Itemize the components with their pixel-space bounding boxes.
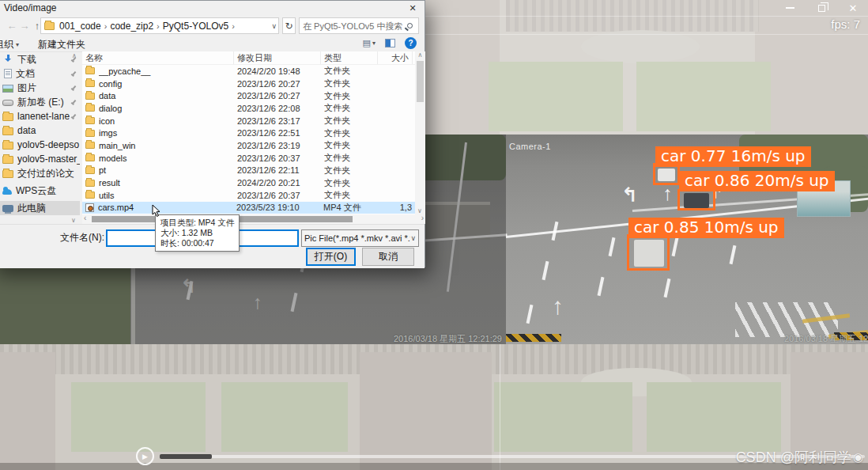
breadcrumb-item[interactable]: code_zip2 bbox=[108, 21, 156, 32]
video-timestamp: 2016/03/18 星期五 12:21:2 bbox=[784, 333, 868, 345]
fps-counter: fps: 7 bbox=[831, 17, 860, 31]
close-icon: ✕ bbox=[849, 2, 858, 14]
file-icon bbox=[85, 191, 95, 199]
tooltip-line: 大小: 1.32 MB bbox=[160, 228, 234, 238]
close-button[interactable]: ✕ bbox=[843, 2, 863, 14]
scroll-up-icon[interactable]: ∧ bbox=[418, 51, 423, 59]
filetype-dropdown[interactable]: Pic File(*.mp4 *.mkv *.avi *.fh ∨ bbox=[301, 229, 419, 247]
file-name: __pycache__ bbox=[99, 66, 237, 76]
refresh-button[interactable]: ↻ bbox=[282, 17, 296, 34]
file-icon bbox=[85, 67, 95, 74]
organize-button[interactable]: 组织 ▾ bbox=[0, 38, 19, 51]
scroll-left-icon[interactable]: ‹ bbox=[84, 214, 86, 222]
document-icon bbox=[4, 69, 12, 78]
file-type: 文件夹 bbox=[324, 139, 381, 151]
sidebar-list: 下载 文档 图片 新加卷 (E:) lanenet-lane data yolo… bbox=[0, 52, 80, 224]
sidebar-item-yolov5-master_[interactable]: yolov5-master_ bbox=[0, 152, 80, 166]
mouse-cursor bbox=[152, 204, 161, 221]
column-size[interactable]: 大小 bbox=[378, 51, 413, 64]
file-row-__pycache__[interactable]: __pycache__ 2024/2/20 19:48 文件夹 bbox=[82, 65, 415, 78]
file-date: 2024/2/20 20:21 bbox=[237, 178, 324, 188]
file-list-vscrollbar[interactable]: ∧ ∨ bbox=[415, 51, 425, 214]
preview-pane-icon[interactable] bbox=[385, 39, 395, 47]
restore-button[interactable] bbox=[811, 2, 832, 14]
sidebar-item-新加卷 (E:)[interactable]: 新加卷 (E:) bbox=[0, 95, 80, 109]
forward-button[interactable]: → bbox=[18, 20, 31, 32]
new-folder-button[interactable]: 新建文件夹 bbox=[38, 38, 85, 51]
restore-icon bbox=[818, 5, 825, 12]
column-name[interactable]: 名称 bbox=[82, 51, 234, 64]
file-row-config[interactable]: config 2023/12/6 20:27 文件夹 bbox=[82, 78, 415, 90]
file-date: 2024/2/20 19:48 bbox=[237, 66, 324, 76]
file-name: main_win bbox=[99, 141, 237, 150]
sidebar-item-此电脑[interactable]: 此电脑 bbox=[0, 201, 80, 215]
dialog-title: Video/image bbox=[4, 2, 57, 13]
file-type: 文件夹 bbox=[324, 127, 381, 139]
scrollbar-thumb[interactable] bbox=[417, 61, 424, 102]
file-row-dialog[interactable]: dialog 2023/12/6 22:08 文件夹 bbox=[82, 102, 415, 115]
file-row-utils[interactable]: utils 2023/12/6 20:37 文件夹 bbox=[82, 189, 415, 202]
scroll-right-icon[interactable]: › bbox=[421, 214, 424, 222]
sidebar-item-图片[interactable]: 图片 bbox=[0, 81, 80, 95]
file-row-cars.mp4[interactable]: cars.mp4 2023/5/23 19:10 MP4 文件 1,3 bbox=[82, 202, 415, 214]
sidebar-item-data[interactable]: data bbox=[0, 123, 80, 138]
view-mode-button[interactable]: ▤ ▾ bbox=[363, 38, 376, 48]
car bbox=[634, 240, 664, 267]
sidebar-item-下载[interactable]: 下载 bbox=[0, 52, 80, 66]
sidebar-item-WPS云盘[interactable]: WPS云盘 bbox=[0, 184, 80, 198]
sidebar-scrollbar[interactable]: ∧ ∨ bbox=[70, 52, 79, 224]
sidebar-item-yolov5-deepso[interactable]: yolov5-deepso bbox=[0, 138, 80, 152]
file-type: MP4 文件 bbox=[323, 202, 380, 214]
file-row-pt[interactable]: pt 2023/12/6 22:11 文件夹 bbox=[82, 165, 415, 177]
folder-icon bbox=[2, 127, 13, 135]
cancel-button[interactable]: 取消 bbox=[362, 248, 414, 266]
help-button[interactable]: ? bbox=[405, 37, 417, 49]
file-date: 2023/12/6 20:37 bbox=[237, 191, 324, 200]
column-date[interactable]: 修改日期 bbox=[234, 51, 321, 64]
view-controls: ▤ ▾ ? bbox=[363, 37, 417, 49]
sidebar-item-交付过的论文[interactable]: 交付过的论文 bbox=[0, 166, 80, 180]
navigation-bar: ← → ↑ 001_code›code_zip2›PyQt5-YOLOv5› ∨… bbox=[0, 15, 425, 36]
open-button[interactable]: 打开(O) bbox=[306, 248, 356, 266]
lane-arrow: ↰ bbox=[621, 184, 638, 207]
file-row-result[interactable]: result 2024/2/20 20:21 文件夹 bbox=[82, 176, 415, 189]
file-icon bbox=[85, 167, 95, 174]
chevron-down-icon[interactable]: ∨ bbox=[271, 22, 277, 30]
scroll-down-icon[interactable]: ∨ bbox=[71, 217, 76, 224]
file-date: 2023/12/6 23:19 bbox=[237, 141, 324, 150]
file-row-imgs[interactable]: imgs 2023/12/6 22:51 文件夹 bbox=[82, 127, 415, 139]
file-list-hscrollbar[interactable]: ‹ › bbox=[82, 214, 425, 224]
minimize-icon bbox=[786, 7, 794, 9]
file-name: models bbox=[99, 154, 237, 163]
file-icon bbox=[85, 180, 95, 187]
sidebar-item-文档[interactable]: 文档 bbox=[0, 66, 80, 81]
file-name: imgs bbox=[99, 128, 237, 138]
play-button[interactable]: ▶ bbox=[136, 447, 154, 465]
back-button[interactable]: ← bbox=[6, 20, 18, 32]
folder-icon bbox=[2, 156, 13, 164]
play-icon: ▶ bbox=[142, 453, 148, 461]
sidebar-item-label: WPS云盘 bbox=[16, 184, 56, 198]
file-row-data[interactable]: data 2023/12/6 20:27 文件夹 bbox=[82, 89, 415, 102]
file-icon bbox=[85, 130, 95, 137]
file-date: 2023/12/6 23:17 bbox=[237, 116, 324, 126]
column-type[interactable]: 类型 bbox=[321, 51, 378, 64]
file-row-icon[interactable]: icon 2023/12/6 23:17 文件夹 bbox=[82, 115, 415, 127]
file-row-models[interactable]: models 2023/12/6 20:37 文件夹 bbox=[82, 152, 415, 165]
minimize-button[interactable] bbox=[779, 2, 800, 14]
dialog-titlebar[interactable]: Video/image bbox=[0, 1, 425, 15]
dialog-close-button[interactable]: ✕ bbox=[404, 2, 421, 14]
search-input[interactable] bbox=[300, 21, 407, 31]
breadcrumb-item[interactable]: 001_code bbox=[57, 21, 104, 32]
lane-arrow: ↑ bbox=[552, 293, 564, 320]
sidebar-item-lanenet-lane[interactable]: lanenet-lane bbox=[0, 109, 80, 123]
folder-icon bbox=[2, 142, 13, 150]
sidebar-item-label: 此电脑 bbox=[17, 202, 46, 215]
file-row-main_win[interactable]: main_win 2023/12/6 23:19 文件夹 bbox=[82, 139, 415, 152]
breadcrumb-item[interactable]: PyQt5-YOLOv5 bbox=[160, 21, 231, 32]
file-rows: __pycache__ 2024/2/20 19:48 文件夹 config 2… bbox=[82, 65, 415, 214]
car bbox=[658, 169, 675, 181]
scroll-up-icon[interactable]: ∧ bbox=[72, 52, 77, 59]
progress-fill bbox=[160, 454, 212, 459]
breadcrumb[interactable]: 001_code›code_zip2›PyQt5-YOLOv5› ∨ bbox=[40, 17, 279, 34]
